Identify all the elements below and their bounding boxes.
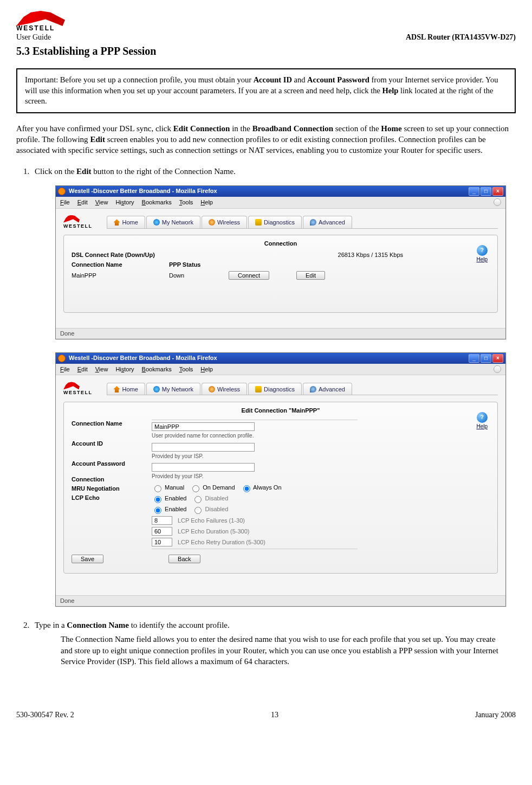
radio-lcp-disabled[interactable]: Disabled [192, 505, 228, 514]
home-icon [114, 386, 120, 392]
help-link[interactable]: Help [476, 256, 488, 262]
label-connection-name: Connection Name [72, 420, 147, 428]
lcp-duration-hint: LCP Echo Duration (5-300) [178, 527, 249, 536]
tab-advanced[interactable]: Advanced [303, 216, 352, 228]
maximize-button[interactable]: □ [481, 354, 491, 363]
steps-list: Click on the Edit button to the right of… [31, 166, 516, 177]
help-block[interactable]: ? Help [476, 245, 488, 263]
close-button[interactable]: × [492, 354, 503, 363]
minimize-button[interactable]: _ [469, 187, 479, 196]
help-icon: ? [477, 412, 488, 423]
step-1: Click on the Edit button to the right of… [31, 166, 516, 177]
wireless-icon [209, 386, 215, 392]
radio-mru-disabled[interactable]: Disabled [192, 494, 228, 503]
browser-menubar: FFileile Edit View History Bookmarks Too… [56, 197, 505, 209]
lcp-failures-hint: LCP Echo Failures (1-30) [178, 517, 245, 525]
steps-list-continued: Type in a Connection Name to identify th… [31, 620, 516, 667]
tab-advanced[interactable]: Advanced [303, 383, 352, 395]
important-callout: Important: Before you set up a connectio… [16, 68, 516, 113]
account-password-input[interactable] [152, 463, 255, 472]
network-icon [153, 219, 160, 226]
hint-account-id: Provided by your ISP. [152, 453, 358, 460]
back-button[interactable]: Back [168, 555, 200, 563]
window-titlebar: Westell -Discover Better Broadband - Moz… [56, 186, 505, 197]
menu-tools[interactable]: Tools [179, 365, 193, 374]
radio-on-demand[interactable]: On Demand [190, 484, 235, 492]
step-2-description: The Connection Name field allows you to … [61, 634, 505, 667]
screenshot-home-connection: Westell -Discover Better Broadband - Moz… [55, 185, 506, 339]
doc-right: ADSL Router (RTA1435VW-D27) [406, 33, 516, 43]
hint-connection-name: User provided name for connection profil… [152, 432, 358, 440]
dsl-rate-label: DSL Connect Rate (Down/Up) [72, 251, 164, 259]
menu-file[interactable]: File [60, 365, 70, 374]
connection-name-value: MainPPP [72, 272, 164, 280]
panel-title: Connection [72, 240, 490, 248]
ppp-status-header: PPP Status [169, 261, 223, 269]
menu-help[interactable]: Help [200, 365, 213, 374]
tab-home[interactable]: Home [107, 383, 145, 395]
menu-history[interactable]: History [115, 365, 134, 374]
lcp-failures-input[interactable] [152, 516, 172, 525]
westell-app-logo: WESTELL [63, 215, 93, 229]
diagnostics-icon [255, 386, 262, 392]
callout-account-password: Account Password [307, 75, 369, 84]
network-icon [153, 386, 160, 392]
help-link[interactable]: Help [476, 423, 488, 429]
edit-button[interactable]: Edit [296, 271, 325, 280]
help-icon: ? [477, 245, 488, 256]
edit-connection-panel: Edit Connection "MainPPP" ? Help Connect… [63, 402, 498, 574]
connect-button[interactable]: Connect [229, 271, 269, 280]
menu-file[interactable]: FFileile [60, 198, 70, 207]
lcp-radios: Enabled Disabled [152, 505, 358, 514]
save-button[interactable]: Save [72, 555, 103, 563]
tab-diagnostics[interactable]: Diagnostics [248, 383, 302, 395]
callout-account-id: Account ID [254, 75, 292, 84]
lcp-retry-hint: LCP Echo Retry Duration (5-300) [178, 538, 265, 546]
intro-paragraph: After you have confirmed your DSL sync, … [16, 123, 516, 156]
lcp-retry-input[interactable] [152, 538, 172, 546]
throbber-icon [494, 365, 501, 373]
account-id-input[interactable] [152, 443, 255, 452]
radio-lcp-enabled[interactable]: Enabled [152, 505, 186, 514]
tab-diagnostics[interactable]: Diagnostics [248, 216, 302, 228]
dsl-rate-value: 26813 Kbps / 1315 Kbps [338, 251, 403, 259]
callout-help: Help [382, 86, 399, 95]
westell-app-logo: WESTELL [63, 382, 93, 396]
menu-bookmarks[interactable]: Bookmarks [142, 198, 172, 207]
footer-right: January 2008 [475, 710, 516, 720]
doc-meta-row: User Guide ADSL Router (RTA1435VW-D27) [16, 33, 516, 43]
tab-wireless[interactable]: Wireless [202, 383, 247, 395]
label-account-id: Account ID [72, 440, 147, 448]
tab-my-network[interactable]: My Network [146, 383, 200, 395]
radio-mru-enabled[interactable]: Enabled [152, 494, 186, 503]
menu-view[interactable]: View [95, 198, 108, 207]
browser-menubar: File Edit View History Bookmarks Tools H… [56, 364, 505, 376]
logo-text: WESTELL [63, 389, 93, 396]
menu-history[interactable]: History [115, 198, 134, 207]
ppp-status-value: Down [169, 272, 223, 280]
menu-edit[interactable]: Edit [77, 365, 88, 374]
help-block[interactable]: ? Help [476, 412, 488, 430]
radio-always-on[interactable]: Always On [241, 484, 282, 492]
nav-tabs: Home My Network Wireless Diagnostics Adv… [107, 216, 498, 229]
menu-help[interactable]: Help [200, 198, 213, 207]
menu-edit[interactable]: Edit [77, 198, 88, 207]
minimize-button[interactable]: _ [469, 354, 479, 363]
menu-view[interactable]: View [95, 365, 108, 374]
menu-tools[interactable]: Tools [179, 198, 193, 207]
close-button[interactable]: × [492, 187, 503, 196]
tab-wireless[interactable]: Wireless [202, 216, 247, 228]
lcp-duration-input[interactable] [152, 527, 172, 536]
tab-my-network[interactable]: My Network [146, 216, 200, 228]
window-titlebar: Westell -Discover Better Broadband - Moz… [56, 353, 505, 364]
menu-bookmarks[interactable]: Bookmarks [142, 365, 172, 374]
step-2: Type in a Connection Name to identify th… [31, 620, 516, 667]
tab-home[interactable]: Home [107, 216, 145, 228]
connection-name-input[interactable] [152, 422, 255, 431]
app-header: WESTELL Home My Network Wireless Diagnos… [63, 215, 498, 229]
advanced-icon [310, 386, 316, 392]
home-icon [114, 219, 120, 226]
connection-panel: Connection ? Help DSL Connect Rate (Down… [63, 235, 498, 313]
radio-manual[interactable]: Manual [152, 484, 184, 492]
maximize-button[interactable]: □ [481, 187, 491, 196]
